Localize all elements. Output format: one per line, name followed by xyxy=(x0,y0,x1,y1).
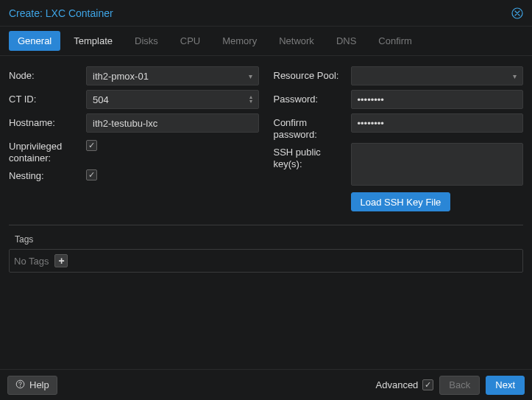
hostname-input[interactable] xyxy=(86,113,259,133)
advanced-toggle[interactable]: Advanced xyxy=(376,379,434,390)
tab-network[interactable]: Network xyxy=(270,31,323,51)
tags-box: No Tags + xyxy=(9,249,523,273)
right-column: Resource Pool: ▾ Password: Confirm passw… xyxy=(274,66,524,216)
tags-section: Tags No Tags + xyxy=(9,231,523,273)
spinner-icon: ▴▾ xyxy=(249,95,252,104)
content: Node: ith2-pmox-01 ▾ CT ID: 504 ▴▾ xyxy=(0,56,532,369)
password-input[interactable] xyxy=(351,90,524,109)
tabbar: General Template Disks CPU Memory Networ… xyxy=(0,27,532,56)
ssh-keys-input[interactable] xyxy=(351,143,524,186)
ctid-value: 504 xyxy=(93,94,109,105)
tab-general[interactable]: General xyxy=(9,31,60,51)
tab-memory[interactable]: Memory xyxy=(213,31,266,51)
tab-dns[interactable]: DNS xyxy=(327,31,365,51)
help-button[interactable]: Help xyxy=(7,376,57,395)
ctid-input[interactable]: 504 ▴▾ xyxy=(86,90,259,109)
chevron-down-icon: ▾ xyxy=(513,72,517,80)
help-label: Help xyxy=(29,379,49,390)
tab-template[interactable]: Template xyxy=(65,31,121,51)
unprivileged-label: Unprivileged container: xyxy=(9,137,86,164)
hostname-label: Hostname: xyxy=(9,113,86,129)
resource-pool-label: Resource Pool: xyxy=(274,66,351,82)
back-button[interactable]: Back xyxy=(439,376,480,395)
tab-confirm[interactable]: Confirm xyxy=(369,31,421,51)
add-tag-button[interactable]: + xyxy=(54,254,68,267)
dialog-title: Create: LXC Container xyxy=(9,7,511,19)
tab-cpu[interactable]: CPU xyxy=(171,31,209,51)
footer: Help Advanced Back Next xyxy=(0,369,532,400)
divider xyxy=(9,225,523,225)
titlebar: Create: LXC Container xyxy=(0,0,532,27)
advanced-checkbox[interactable] xyxy=(422,379,433,390)
node-value: ith2-pmox-01 xyxy=(93,71,149,82)
close-icon[interactable] xyxy=(511,7,523,19)
advanced-label: Advanced xyxy=(376,379,419,390)
ctid-label: CT ID: xyxy=(9,90,86,105)
node-label: Node: xyxy=(9,66,86,82)
next-button[interactable]: Next xyxy=(486,376,525,395)
resource-pool-select[interactable]: ▾ xyxy=(351,66,524,85)
tags-label: Tags xyxy=(15,234,523,245)
load-ssh-key-button[interactable]: Load SSH Key File xyxy=(351,192,451,211)
node-select[interactable]: ith2-pmox-01 ▾ xyxy=(86,66,259,85)
svg-point-2 xyxy=(20,385,21,386)
confirm-password-input[interactable] xyxy=(351,113,524,133)
left-column: Node: ith2-pmox-01 ▾ CT ID: 504 ▴▾ xyxy=(9,66,259,216)
no-tags-text: No Tags xyxy=(14,256,49,267)
help-icon xyxy=(15,379,25,391)
nesting-checkbox[interactable] xyxy=(86,169,97,180)
chevron-down-icon: ▾ xyxy=(249,72,252,80)
password-label: Password: xyxy=(274,90,351,105)
tab-disks[interactable]: Disks xyxy=(126,31,167,51)
unprivileged-checkbox[interactable] xyxy=(86,140,97,151)
nesting-label: Nesting: xyxy=(9,166,86,182)
ssh-keys-label: SSH public key(s): xyxy=(274,143,351,169)
confirm-password-label: Confirm password: xyxy=(274,113,351,140)
